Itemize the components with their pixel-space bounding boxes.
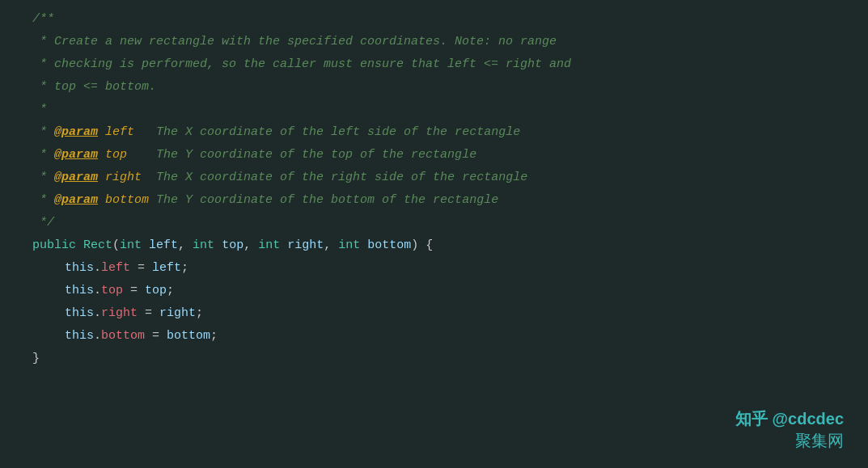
code-line-12: this.left = left; [0, 257, 868, 280]
comment-space-7 [98, 145, 105, 165]
param-name-9: bottom [105, 191, 149, 210]
property-left: left [101, 259, 130, 278]
comma-1: , [178, 236, 193, 255]
code-line-4: * top <= bottom. [0, 76, 868, 99]
space-13 [123, 281, 130, 301]
space-12b [145, 259, 152, 278]
property-bottom: bottom [101, 327, 145, 346]
space-15b [159, 327, 167, 346]
param-desc-9: The Y coordinate of the bottom of the re… [149, 191, 498, 210]
value-bottom: bottom [167, 327, 210, 346]
classname-rect: Rect [83, 236, 112, 255]
code-line-10: */ [0, 212, 868, 234]
keyword-public: public [32, 236, 83, 255]
space-3 [280, 236, 287, 255]
dot-14: . [94, 304, 101, 323]
comment-star-8: * [32, 168, 54, 188]
type-int-4: int [338, 236, 360, 255]
param-name-8: right [105, 168, 149, 188]
comment-text-3: * checking is performed, so the caller m… [32, 55, 571, 74]
comment-star-7: * [32, 145, 54, 165]
value-top: top [145, 281, 167, 301]
watermark: 知乎 @cdcdec 聚集网 [735, 408, 844, 452]
comment-open: /** [32, 10, 54, 29]
param-left: left [149, 236, 178, 255]
paren-open: ( [112, 236, 120, 255]
space-2 [214, 236, 222, 255]
comment-text-5: * [32, 100, 47, 120]
paren-close-brace: ) { [411, 236, 433, 255]
semi-12: ; [181, 259, 188, 278]
code-editor: /** * Create a new rectangle with the sp… [0, 0, 868, 468]
space-1 [142, 236, 149, 255]
assign-15: = [152, 327, 159, 346]
param-name-6: left [105, 123, 149, 142]
dot-13: . [94, 281, 101, 301]
this-keyword-15: this [65, 327, 94, 346]
comment-text-4: * top <= bottom. [32, 78, 156, 97]
code-line-2: * Create a new rectangle with the specif… [0, 31, 868, 53]
code-line-7: * @param top The Y coordinate of the top… [0, 144, 868, 167]
param-desc-7: The Y coordinate of the top of the recta… [149, 145, 476, 165]
param-name-7: top [105, 145, 149, 165]
space-14 [138, 304, 145, 323]
property-right: right [101, 304, 138, 323]
this-keyword-13: this [65, 281, 94, 301]
assign-12: = [138, 259, 145, 278]
code-line-16: } [0, 348, 868, 370]
space-12 [130, 259, 138, 278]
dot-12: . [94, 259, 101, 278]
comment-text-2: * Create a new rectangle with the specif… [32, 32, 557, 52]
param-tag-9: @param [54, 191, 98, 210]
comment-close: */ [32, 213, 54, 233]
code-line-8: * @param right The X coordinate of the r… [0, 167, 868, 189]
comma-3: , [324, 236, 338, 255]
space-15 [145, 327, 152, 346]
code-line-6: * @param left The X coordinate of the le… [0, 121, 868, 144]
assign-14: = [145, 304, 152, 323]
semi-14: ; [196, 304, 203, 323]
param-top: top [222, 236, 243, 255]
this-keyword-12: this [65, 259, 94, 278]
space-14b [152, 304, 159, 323]
dot-15: . [94, 327, 101, 346]
code-line-13: this.top = top; [0, 280, 868, 302]
param-right: right [287, 236, 324, 255]
comment-space-8 [98, 168, 105, 188]
param-tag-6: @param [54, 123, 98, 142]
comma-2: , [243, 236, 258, 255]
code-line-11: public Rect(int left, int top, int right… [0, 234, 868, 257]
code-line-5: * [0, 99, 868, 121]
watermark-zhihu-text: 知乎 @cdcdec [735, 408, 844, 430]
comment-star-9: * [32, 191, 54, 210]
value-right: right [159, 304, 196, 323]
param-bottom: bottom [367, 236, 411, 255]
code-line-3: * checking is performed, so the caller m… [0, 53, 868, 76]
type-int-2: int [193, 236, 214, 255]
comment-star-6: * [32, 123, 54, 142]
space-13b [138, 281, 145, 301]
space-4 [360, 236, 367, 255]
code-line-15: this.bottom = bottom; [0, 325, 868, 348]
param-desc-8: The X coordinate of the right side of th… [149, 168, 527, 188]
property-top: top [101, 281, 123, 301]
code-line-9: * @param bottom The Y coordinate of the … [0, 189, 868, 212]
value-left: left [152, 259, 181, 278]
comment-space-6 [98, 123, 105, 142]
type-int-1: int [120, 236, 142, 255]
type-int-3: int [258, 236, 280, 255]
semi-13: ; [167, 281, 174, 301]
assign-13: = [130, 281, 138, 301]
this-keyword-14: this [65, 304, 94, 323]
param-tag-7: @param [54, 145, 98, 165]
comment-space-9 [98, 191, 105, 210]
watermark-site-text: 聚集网 [735, 430, 844, 452]
param-desc-6: The X coordinate of the left side of the… [149, 123, 520, 142]
code-line-1: /** [0, 8, 868, 31]
brace-close: } [32, 349, 40, 369]
param-tag-8: @param [54, 168, 98, 188]
semi-15: ; [210, 327, 218, 346]
code-line-14: this.right = right; [0, 302, 868, 325]
